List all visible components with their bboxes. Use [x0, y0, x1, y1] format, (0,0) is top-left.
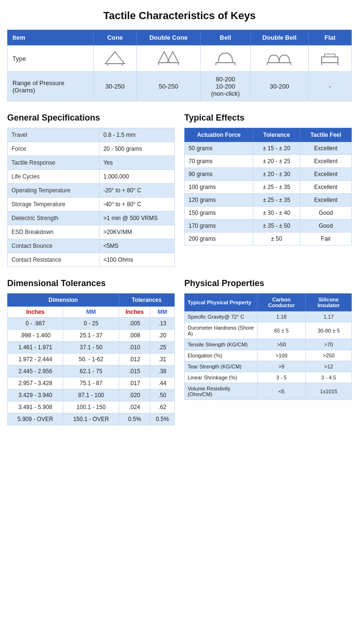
phys-header-carbon: Carbon Conductor [257, 294, 306, 311]
dim-row: .998 - 1.46025.1 - 37.008.20 [8, 330, 175, 342]
effect-feel: Good [300, 207, 352, 220]
tactile-header-item: Item [8, 30, 94, 45]
effect-feel: Fair [300, 233, 352, 245]
effect-feel: Excellent [300, 181, 352, 194]
spec-label: Tactile Response [8, 156, 100, 170]
phys-silicone: >12 [306, 361, 352, 372]
phys-row: Tear Strength (KG/CM)>9>12 [185, 361, 352, 372]
spec-value: <100 Ohms [99, 253, 174, 267]
dim-mm1: 87.1 - 100 [63, 389, 119, 401]
general-specs-col: General Specifications Travel0.8 - 1.5 m… [7, 113, 175, 267]
dim-mm2: .31 [150, 354, 175, 366]
phys-property: Tensile Strength (KG/CM) [185, 339, 258, 350]
phys-silicone: 3 - 4.5 [306, 372, 352, 383]
effects-table: Actuation Force Tolerance Tactile Feel 5… [184, 128, 352, 245]
dim-mm1: 75.1 - 87 [63, 378, 119, 389]
phys-property: Durometer Hardness (Shore A) [185, 322, 258, 339]
effects-row: 50 grams± 15 - ± 20Excellent [185, 142, 352, 155]
dim-in1: .998 - 1.460 [8, 330, 63, 342]
tactile-header-flat: Flat [308, 30, 351, 45]
phys-property: Linear Shrinkage (%) [185, 372, 258, 383]
tactile-header-double-cone: Double Cone [136, 30, 200, 45]
dim-row: 1.972 - 2.44450. - 1-62.012.31 [8, 354, 175, 366]
specs-row: Dielectric Strength>1 min @ 500 VRMS [8, 211, 175, 225]
flat-range: - [308, 72, 351, 101]
effects-row: 170 grams± 35 - ± 50Good [185, 220, 352, 233]
tactile-header-double-bell: Double Bell [250, 30, 308, 45]
phys-carbon: 3 - 5 [257, 372, 306, 383]
effect-feel: Excellent [300, 142, 352, 155]
spec-label: Storage Temperature [8, 198, 100, 211]
dim-in1: 1.972 - 2.444 [8, 354, 63, 366]
dim-in1: 5.909 - OVER [8, 413, 63, 425]
dim-row: 2.957 - 3.42875.1 - 87.017.44 [8, 378, 175, 389]
tactile-header-cone: Cone [93, 30, 136, 45]
effect-feel: Excellent [300, 155, 352, 168]
page-title: Tactile Characteristics of Keys [7, 10, 352, 22]
effect-tolerance: ± 50 [253, 233, 300, 245]
effect-tolerance: ± 25 - ± 35 [253, 194, 300, 207]
phys-silicone: 30-80 ± 5 [306, 322, 352, 339]
spec-value: >20KV/MM [99, 225, 174, 239]
effect-tolerance: ± 15 - ± 20 [253, 142, 300, 155]
spec-value: 20 - 500 grams [99, 142, 174, 156]
dim-row: 3.491 - 5.908100.1 - 150.024.62 [8, 401, 175, 413]
dim-in1: 2.957 - 3.428 [8, 378, 63, 389]
phys-row: Volume Resistivity (Ohm/CM)<51x1015 [185, 383, 352, 400]
spec-value: Yes [99, 156, 174, 170]
phys-header-silicone: Silicone Insulator [306, 294, 352, 311]
spec-label: Dielectric Strength [8, 211, 100, 225]
phys-property: Elongation (%) [185, 350, 258, 361]
dim-mm1: 0 - 25 [63, 318, 119, 330]
dim-mm2: .62 [150, 401, 175, 413]
typical-effects-col: Typical Effects Actuation Force Toleranc… [184, 113, 352, 267]
specs-row: Operating Temperature-20° to + 80° C [8, 184, 175, 198]
specs-table: Travel0.8 - 1.5 mmForce20 - 500 gramsTac… [7, 128, 175, 267]
effects-row: 120 grams± 25 - ± 35Excellent [185, 194, 352, 207]
effects-row: 150 grams± 30 - ± 40Good [185, 207, 352, 220]
cone-icon [103, 49, 127, 66]
dim-tolerances-col: Dimensional Tolerances Dimension Toleran… [7, 278, 175, 425]
double-bell-range: 30-200 [250, 72, 308, 101]
spec-value: 0.8 - 1.5 mm [99, 128, 174, 142]
bell-icon [213, 49, 237, 66]
typical-effects-title: Typical Effects [184, 113, 352, 123]
middle-section: General Specifications Travel0.8 - 1.5 m… [7, 113, 352, 267]
dim-in2: .017 [119, 378, 150, 389]
range-label: Range of Pressure(Grams) [8, 72, 94, 101]
dim-in1: 0 - .987 [8, 318, 63, 330]
dim-mm2: 0.5% [150, 413, 175, 425]
spec-label: Contact Resistance [8, 253, 100, 267]
effect-tolerance: ± 25 - ± 35 [253, 181, 300, 194]
double-cone-range: 50-250 [136, 72, 200, 101]
specs-row: Travel0.8 - 1.5 mm [8, 128, 175, 142]
bell-shape-cell [201, 45, 250, 72]
effects-row: 90 grams± 20 - ± 30Excellent [185, 168, 352, 181]
effect-force: 150 grams [185, 207, 253, 220]
dim-in2: .010 [119, 342, 150, 354]
flat-shape-cell [308, 45, 351, 72]
double-cone-shape-cell [136, 45, 200, 72]
phys-silicone: >250 [306, 350, 352, 361]
phys-property: Specific Gravity@ 72° C [185, 311, 258, 322]
phys-silicone: 1x1015 [306, 383, 352, 400]
dim-mm2: .20 [150, 330, 175, 342]
phys-row: Elongation (%)>100>250 [185, 350, 352, 361]
spec-label: Operating Temperature [8, 184, 100, 198]
effect-force: 90 grams [185, 168, 253, 181]
effect-tolerance: ± 35 - ± 50 [253, 220, 300, 233]
dim-in2: .020 [119, 389, 150, 401]
phys-carbon: >9 [257, 361, 306, 372]
phys-property: Volume Resistivity (Ohm/CM) [185, 383, 258, 400]
spec-label: Life Cycles [8, 170, 100, 184]
double-bell-shape-cell [250, 45, 308, 72]
dim-header-dimension: Dimension [8, 294, 119, 307]
dim-table: Dimension Tolerances Inches MM Inches MM… [7, 293, 175, 425]
spec-value: -20° to + 80° C [99, 184, 174, 198]
effect-tolerance: ± 20 - ± 25 [253, 155, 300, 168]
dim-row: 1.461 - 1.97137.1 - 50.010.25 [8, 342, 175, 354]
bottom-section: Dimensional Tolerances Dimension Toleran… [7, 278, 352, 425]
double-bell-icon [266, 49, 292, 66]
dim-in2: .015 [119, 366, 150, 378]
cone-shape-cell [93, 45, 136, 72]
